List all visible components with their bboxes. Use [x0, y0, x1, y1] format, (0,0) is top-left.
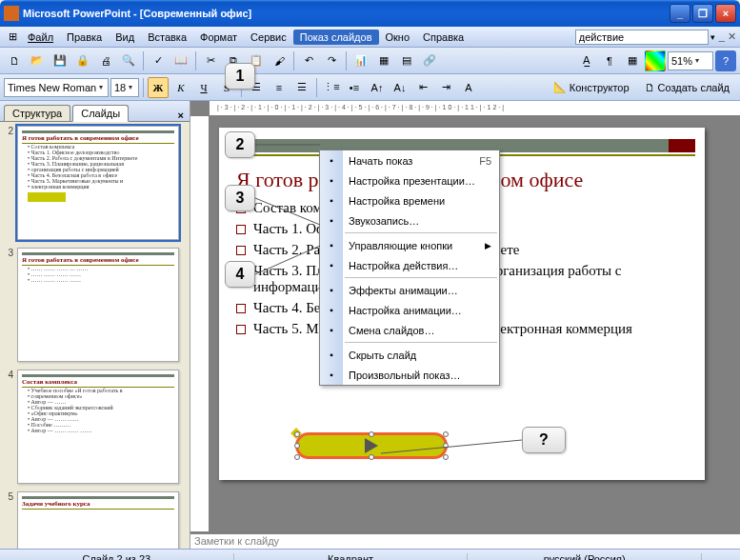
minimize-button[interactable]: _: [670, 4, 690, 23]
menu-item[interactable]: ▪Смена слайдов…: [320, 320, 499, 340]
close-button[interactable]: ×: [715, 4, 736, 23]
thumb-number: 3: [2, 248, 13, 362]
menu-slideshow[interactable]: Показ слайдов: [293, 30, 379, 45]
menu-file[interactable]: Файл: [21, 30, 60, 45]
print-icon[interactable]: 🖨: [95, 50, 116, 71]
show-formatting-icon[interactable]: ¶: [599, 50, 620, 71]
callout-question: ?: [522, 427, 566, 453]
menu-help[interactable]: Справка: [416, 30, 470, 45]
workspace: Структура Слайды × 2 Я готов работать в …: [0, 101, 740, 549]
menubar: ⊞ Файл Правка Вид Вставка Формат Сервис …: [0, 27, 740, 48]
menu-item[interactable]: ▪Управляющие кнопки▶: [320, 235, 499, 255]
undo-icon[interactable]: ↶: [298, 50, 319, 71]
window-title: Microsoft PowerPoint - [Современный офис…: [23, 8, 668, 19]
action-button-shape[interactable]: [295, 432, 448, 459]
zoom-combo[interactable]: 51%▾: [668, 51, 713, 70]
numbering-icon[interactable]: ⋮≡: [321, 77, 342, 98]
increase-indent-icon[interactable]: ⇥: [435, 77, 456, 98]
bold-button[interactable]: Ж: [148, 77, 169, 98]
new-slide-button[interactable]: 🗋Создать слайд: [638, 77, 736, 98]
menu-item[interactable]: ▪Настройка действия…: [320, 255, 499, 275]
thumbnail-list[interactable]: 2 Я готов работать в современном офисе •…: [0, 122, 190, 549]
preview-icon[interactable]: 🔍: [118, 50, 139, 71]
thumbnail[interactable]: Состав комплекса • Учебное пособие «Я го…: [17, 370, 179, 484]
spellcheck-icon[interactable]: ✓: [148, 50, 169, 71]
thumbnail[interactable]: Я готов работать в современном офисе • С…: [17, 126, 179, 240]
save-icon[interactable]: 💾: [50, 50, 70, 71]
menu-tools[interactable]: Сервис: [244, 30, 293, 45]
align-right-icon[interactable]: ☰: [291, 77, 312, 98]
designer-button[interactable]: 📐Конструктор: [547, 77, 636, 98]
tables-icon[interactable]: ▤: [396, 50, 417, 71]
callout-4: 4: [225, 261, 255, 288]
callout-1: 1: [225, 63, 255, 90]
menu-item[interactable]: ▪Скрыть слайд: [320, 345, 499, 365]
thumbnail[interactable]: Я готов работать в современном офисе • ……: [17, 248, 179, 362]
thumbnail[interactable]: Задачи учебного курса: [17, 491, 179, 549]
table-icon[interactable]: ▦: [373, 50, 394, 71]
redo-icon[interactable]: ↷: [321, 50, 342, 71]
underline-button[interactable]: Ч: [193, 77, 214, 98]
menu-view[interactable]: Вид: [109, 30, 141, 45]
cut-icon[interactable]: ✂: [200, 50, 221, 71]
close-panel-icon[interactable]: ×: [172, 110, 190, 121]
menu-item[interactable]: ▪Настройка времени: [320, 190, 499, 210]
search-box[interactable]: [575, 30, 709, 45]
expand-icon[interactable]: A̲: [576, 50, 597, 71]
hyperlink-icon[interactable]: 🔗: [419, 50, 440, 71]
bullets-icon[interactable]: •≡: [344, 77, 365, 98]
decrease-indent-icon[interactable]: ⇤: [412, 77, 433, 98]
menu-item[interactable]: ▪Произвольный показ…: [320, 365, 499, 385]
maximize-button[interactable]: ❐: [692, 4, 713, 23]
left-panel: Структура Слайды × 2 Я готов работать в …: [0, 101, 190, 549]
vertical-ruler: [190, 116, 210, 531]
app-menu-icon[interactable]: ⊞: [4, 27, 21, 48]
app-icon: [4, 6, 19, 21]
menu-item[interactable]: ▪Начать показF5: [320, 150, 499, 170]
research-icon[interactable]: 📖: [170, 50, 191, 71]
tab-structure[interactable]: Структура: [4, 105, 70, 121]
notes-pane[interactable]: Заметки к слайду: [190, 531, 740, 549]
panel-tabs: Структура Слайды ×: [0, 101, 190, 122]
help-icon[interactable]: ?: [715, 50, 736, 71]
thumb-number: 5: [2, 491, 13, 549]
statusbar: Слайд 2 из 23 Квадрант русский (Россия): [0, 549, 740, 560]
tab-slides[interactable]: Слайды: [72, 105, 129, 122]
play-icon: [365, 438, 378, 453]
thumb-number: 2: [2, 126, 13, 240]
menu-item[interactable]: ▪Настройка анимации…: [320, 300, 499, 320]
callout-2: 2: [225, 131, 255, 158]
font-name-combo[interactable]: Times New Roman▾: [4, 78, 109, 97]
align-center-icon[interactable]: ≡: [269, 77, 290, 98]
format-painter-icon[interactable]: 🖌: [269, 50, 290, 71]
open-icon[interactable]: 📂: [27, 50, 48, 71]
menu-item[interactable]: ▪Эффекты анимации…: [320, 280, 499, 300]
menu-item[interactable]: ▪Звукозапись…: [320, 210, 499, 230]
horizontal-ruler: [210, 101, 740, 116]
callout-3: 3: [225, 185, 255, 211]
status-slide: Слайд 2 из 23: [0, 553, 234, 561]
titlebar: Microsoft PowerPoint - [Современный офис…: [0, 0, 740, 27]
italic-button[interactable]: К: [170, 77, 191, 98]
chart-icon[interactable]: 📊: [350, 50, 371, 71]
standard-toolbar: 🗋 📂 💾 🔒 🖨 🔍 ✓ 📖 ✂ ⧉ 📋 🖌 ↶ ↷ 📊 ▦ ▤ 🔗 A̲ ¶…: [0, 48, 740, 74]
status-lang: русский (Россия): [468, 553, 702, 561]
menu-insert[interactable]: Вставка: [141, 30, 193, 45]
status-layout: Квадрант: [234, 553, 469, 561]
menu-item[interactable]: ▪Настройка презентации…: [320, 170, 499, 190]
new-icon[interactable]: 🗋: [4, 50, 25, 71]
increase-font-icon[interactable]: A↑: [367, 77, 388, 98]
decrease-font-icon[interactable]: A↓: [390, 77, 410, 98]
slideshow-dropdown: ▪Начать показF5▪Настройка презентации…▪Н…: [319, 150, 500, 386]
color-icon[interactable]: [645, 50, 666, 71]
formatting-toolbar: Times New Roman▾ 18▾ Ж К Ч S ☰ ≡ ☰ ⋮≡ •≡…: [0, 74, 740, 101]
grid-icon[interactable]: ▦: [622, 50, 643, 71]
permission-icon[interactable]: 🔒: [72, 50, 93, 71]
menu-format[interactable]: Формат: [193, 30, 244, 45]
menu-window[interactable]: Окно: [379, 30, 417, 45]
font-size-combo[interactable]: 18▾: [110, 78, 139, 97]
menu-edit[interactable]: Правка: [60, 30, 109, 45]
font-color-icon[interactable]: A: [458, 77, 479, 98]
thumb-number: 4: [2, 370, 13, 484]
